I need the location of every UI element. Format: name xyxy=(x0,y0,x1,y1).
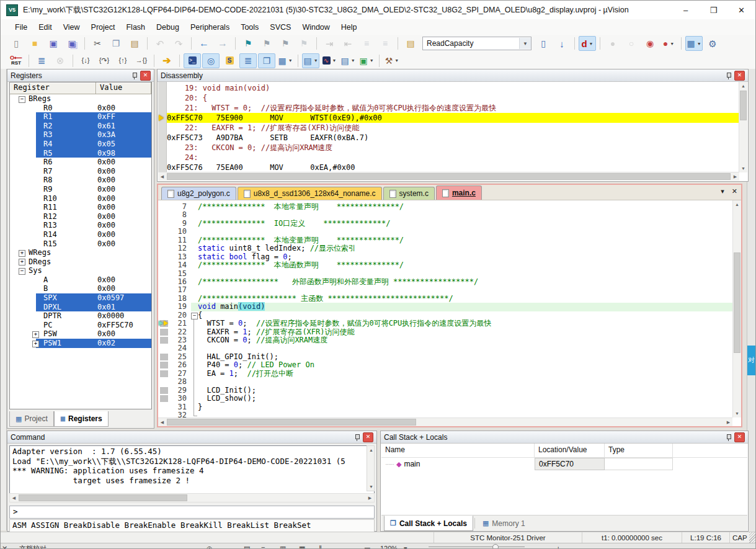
callstack-column-header[interactable]: Type xyxy=(605,444,673,457)
zoom-in[interactable]: + xyxy=(556,544,560,549)
code-line-13[interactable]: 13static bool flag = 0; xyxy=(158,253,732,261)
pin-icon[interactable] xyxy=(726,72,732,79)
tab-list-icon[interactable]: ▾ xyxy=(721,187,724,195)
expand-icon[interactable]: + xyxy=(19,259,25,266)
register-row-psw[interactable]: +PSW0x00 xyxy=(10,329,151,339)
code-line-29[interactable]: 29 LCD_Init(); xyxy=(158,386,732,395)
editor-hscrollbar[interactable]: ◀ ▶ xyxy=(158,417,732,426)
reset-button[interactable]: O⟵RST xyxy=(7,53,25,68)
kill-all-breakpoints-icon[interactable]: ●▼ xyxy=(660,36,677,51)
cut-icon[interactable]: ✂ xyxy=(89,36,106,51)
zoom-label[interactable]: 120% xyxy=(380,544,398,549)
serial-window-icon[interactable]: ▤▼ xyxy=(302,53,319,68)
register-row-b[interactable]: B0x00 xyxy=(10,284,151,293)
register-row-r0[interactable]: R00x00 xyxy=(10,104,151,113)
menu-debug[interactable]: Debug xyxy=(151,21,185,33)
pin-icon[interactable] xyxy=(726,434,732,441)
find-combo[interactable]: ReadCapacity▼ xyxy=(422,37,531,50)
find-icon[interactable]: d▼ xyxy=(579,36,596,51)
register-row-sys[interactable]: −Sys xyxy=(10,266,151,275)
register-row-r14[interactable]: R140x00 xyxy=(10,230,151,239)
analysis-window-icon[interactable]: ∿▼ xyxy=(321,53,338,68)
command-input[interactable]: > xyxy=(9,506,375,519)
expand-icon[interactable]: + xyxy=(32,341,39,347)
panel-close-icon[interactable]: ✕ xyxy=(734,432,745,442)
editor-vscrollbar[interactable]: ▲ ▼ xyxy=(732,200,741,417)
watch-window-icon[interactable]: ❐ xyxy=(258,53,275,68)
code-line-17[interactable]: 17 xyxy=(158,286,732,294)
pen-view-icon[interactable]: ∥ xyxy=(319,544,322,549)
bookmark-next-icon[interactable]: ⚑ xyxy=(277,36,294,51)
register-row-r7[interactable]: R70x00 xyxy=(10,167,151,176)
debug-toolbox-icon[interactable]: ⚒▼ xyxy=(383,53,401,68)
code-line-19[interactable]: 19void main(void) xyxy=(158,303,732,311)
step-out-icon[interactable]: {↑} xyxy=(114,53,131,68)
register-row-r13[interactable]: R130x00 xyxy=(10,221,151,230)
editor-tab-main.c[interactable]: main.c xyxy=(436,185,482,200)
grid-view-icon[interactable]: ▦ xyxy=(299,544,305,549)
code-line-11[interactable]: 11/************** 本地变量声明 **************/ xyxy=(158,236,732,244)
menu-peripherals[interactable]: Peripherals xyxy=(185,21,235,33)
code-line-32[interactable]: 32 xyxy=(158,411,732,417)
save-all-icon[interactable]: ▣ xyxy=(63,36,81,51)
register-row-spx[interactable]: SPX0x0597 xyxy=(10,293,151,303)
register-row-pc[interactable]: PC0xFF5C70 xyxy=(10,321,151,330)
configure-icon[interactable]: ⚙ xyxy=(704,36,721,51)
code-line-14[interactable]: 14/************** 本地函数声明 **************/ xyxy=(158,261,732,269)
callstack-column-header[interactable]: Location/Value xyxy=(535,444,605,457)
disassembly-view[interactable]: 19: void main(void) 20: { 21: WTST = 0; … xyxy=(158,82,739,172)
page-view-icon[interactable]: ▤ xyxy=(244,544,250,549)
tab-memory-1[interactable]: ▦Memory 1 xyxy=(476,516,531,531)
code-line-24[interactable]: 24 xyxy=(158,344,732,352)
tab-call-stack-locals[interactable]: ❐Call Stack + Locals xyxy=(384,516,473,531)
code-line-16[interactable]: 16/***************** 外部函数声明和外部变量声明 *****… xyxy=(158,278,732,286)
code-line-22[interactable]: 22 EAXFR = 1; //扩展寄存器(XFR)访问使能 xyxy=(158,328,732,336)
search-document-icon[interactable]: ▯ xyxy=(535,36,552,51)
bookmark-prev-icon[interactable]: ⚑ xyxy=(258,36,275,51)
code-line-25[interactable]: 25 HAL_GPIO_Init(); xyxy=(158,353,732,361)
menu-tools[interactable]: Tools xyxy=(235,21,264,33)
code-line-27[interactable]: 27 EA = 1; //打开总中断 xyxy=(158,370,732,378)
code-line-15[interactable]: 15 xyxy=(158,270,732,278)
close-icon[interactable]: ✕ xyxy=(2,544,7,549)
registers-window-icon[interactable]: ≣ xyxy=(239,53,257,68)
system-viewer-icon[interactable]: ▣▼ xyxy=(358,53,375,68)
panel-close-icon[interactable]: ✕ xyxy=(363,432,373,442)
stop-icon[interactable]: ⊗ xyxy=(51,53,69,68)
unindent-icon[interactable]: ⇤ xyxy=(339,36,357,51)
register-row-r10[interactable]: R100x00 xyxy=(10,194,151,203)
collapse-icon[interactable]: − xyxy=(19,96,25,103)
uncomment-selection-icon[interactable]: ≡ xyxy=(376,36,394,51)
zoom-slider[interactable] xyxy=(429,547,525,547)
step-over-icon[interactable]: {↷} xyxy=(96,53,113,68)
register-row-a[interactable]: A0x00 xyxy=(10,275,151,285)
nav-forward-icon[interactable]: → xyxy=(214,36,231,51)
zoom-caret[interactable]: ▾ xyxy=(404,544,407,549)
register-row-psw1[interactable]: +PSW10x02 xyxy=(10,339,151,348)
menu-project[interactable]: Project xyxy=(86,21,121,33)
find-in-files-icon[interactable]: ▤ xyxy=(402,36,419,51)
disassembly-vscrollbar[interactable]: ▲ ▼ xyxy=(739,82,747,172)
register-row-r3[interactable]: R30x3A xyxy=(10,130,151,140)
paste-icon[interactable]: ▤ xyxy=(126,36,143,51)
callstack-column-header[interactable]: Name xyxy=(381,444,535,457)
pin-icon[interactable] xyxy=(131,72,138,79)
code-line-31[interactable]: 31} xyxy=(158,403,732,411)
close-button-icon[interactable]: ✕ xyxy=(727,1,755,19)
open-file-icon[interactable]: ■ xyxy=(26,36,43,51)
code-line-12[interactable]: 12static uint8_t ledIndex; //显示位索引 xyxy=(158,244,732,252)
copy-icon[interactable]: ❐ xyxy=(107,36,125,51)
menu-edit[interactable]: Edit xyxy=(33,21,58,33)
code-editor[interactable]: 7/************** 本地常量声明 **************/8… xyxy=(158,200,732,417)
editor-tab-u8g2_polygon.c[interactable]: u8g2_polygon.c xyxy=(161,187,236,200)
maximize-button-icon[interactable]: ❒ xyxy=(700,1,727,19)
step-into-icon[interactable]: {↓} xyxy=(77,53,94,68)
register-row-r5[interactable]: R50x98 xyxy=(10,149,151,158)
registers-column-header[interactable]: Register xyxy=(10,83,96,94)
tab-registers[interactable]: ≣Registers xyxy=(54,411,109,427)
menu-svcs[interactable]: SVCS xyxy=(264,21,296,33)
command-hscrollbar[interactable]: ◀ ▶ xyxy=(9,493,375,502)
zoom-slider-knob[interactable] xyxy=(492,544,499,549)
register-row-r4[interactable]: R40x05 xyxy=(10,140,151,149)
callstack-row[interactable]: ······◆main0xFF5C70 xyxy=(381,458,747,470)
